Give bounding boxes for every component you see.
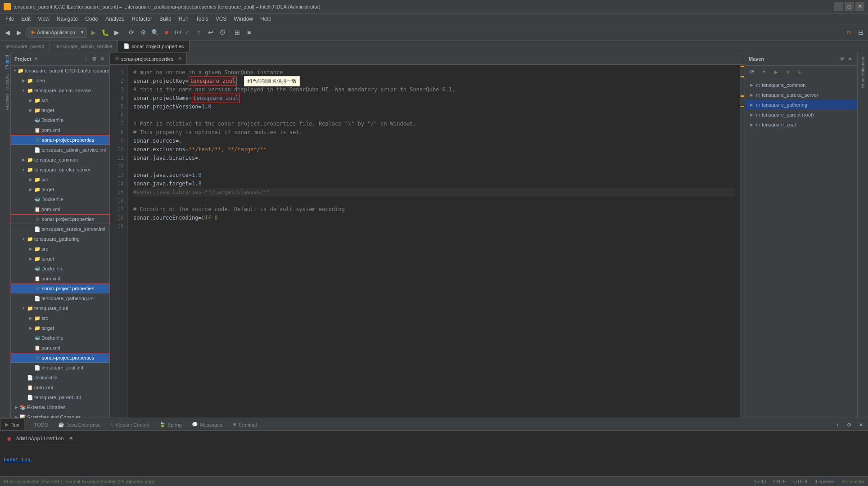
menu-window[interactable]: Window (230, 15, 257, 23)
more-button[interactable]: ≡ (244, 27, 254, 38)
tree-item-dockerfile2[interactable]: ▶ 🐳 Dockerfile (11, 194, 109, 204)
forward-button[interactable]: ▶ (14, 27, 24, 38)
update-button[interactable]: ↑ (194, 27, 204, 38)
tree-item-dockerfile4[interactable]: ▶ 🐳 Dockerfile (11, 333, 109, 343)
menu-analyze[interactable]: Analyze (102, 15, 128, 23)
tab-run[interactable]: ▶ Run (0, 418, 24, 430)
tree-item-sonar2[interactable]: ▶ ⚙ sonar-project.properties (11, 214, 109, 224)
event-log-link[interactable]: Event Log (4, 457, 31, 463)
menu-help[interactable]: Help (257, 15, 275, 23)
tree-item-dockerfile3[interactable]: ▶ 🐳 Dockerfile (11, 264, 109, 274)
tab-todo[interactable]: ≡ TODO (24, 418, 53, 430)
indent-status[interactable]: 4 spaces (814, 479, 834, 484)
maximize-button[interactable]: □ (845, 2, 854, 11)
tree-item-iml2[interactable]: ▶ 📄 tensquare_eureka_server.iml (11, 224, 109, 234)
sync-button[interactable]: ⟳ (126, 27, 137, 38)
layout-btn[interactable]: ⊟ (855, 27, 866, 38)
coverage-button[interactable]: ▶ (111, 27, 122, 38)
tree-item-sonar3[interactable]: ▶ ⚙ sonar-project.properties (11, 284, 109, 293)
debug-button[interactable]: 🐛 (99, 27, 110, 38)
maven-more-btn[interactable]: ≡ (794, 67, 805, 77)
tree-item-zuul[interactable]: ▾ 📁 tensquare_zuul (11, 303, 109, 313)
tab-spring[interactable]: 🍃 Spring (154, 418, 187, 430)
back-button[interactable]: ◀ (2, 27, 13, 38)
tree-item-pom3[interactable]: ▶ 📋 pom.xml (11, 274, 109, 284)
tree-item-admin-service[interactable]: ▾ 📁 tensquare_admin_service (11, 86, 109, 95)
menu-tools[interactable]: Tools (192, 15, 212, 23)
terminal-button[interactable]: ⊞ (232, 27, 243, 38)
close-tree-btn[interactable]: ✕ (99, 55, 106, 63)
maven-run-btn[interactable]: ▶ (770, 67, 781, 77)
tree-item-dockerfile1[interactable]: ▶ 🐳 Dockerfile (11, 115, 109, 125)
tree-item-src2[interactable]: ▶ 📁 src (11, 175, 109, 184)
tree-item-common[interactable]: ▶ 📁 tensquare_common (11, 155, 109, 165)
tree-item-src4[interactable]: ▶ 📁 src (11, 313, 109, 323)
maven-item-gathering[interactable]: ▶ m tensquare_gathering (745, 100, 857, 110)
code-editor[interactable]: # must be unique in a given SonarQube in… (128, 65, 740, 418)
maven-lifecycle-btn[interactable]: m (782, 67, 793, 77)
tree-item-pom-root[interactable]: ▶ 📋 pom.xml (11, 382, 109, 392)
tree-item-sonar4[interactable]: ▶ ⚙ sonar-project.properties (11, 353, 109, 363)
close-button[interactable]: ✕ (855, 2, 864, 11)
project-panel-toggle[interactable]: Project (0, 52, 10, 72)
maven-item-parent[interactable]: ▶ m tensquare_parent (root) (745, 110, 857, 120)
tab-messages[interactable]: 💬 Messages (187, 418, 227, 430)
tree-item-sonar1[interactable]: ▶ ⚙ sonar-project.properties (11, 135, 109, 145)
minimize-button[interactable]: ─ (834, 2, 843, 11)
tree-item-iml3[interactable]: ▶ 📄 tensquare_gathering.iml (11, 293, 109, 303)
run-stop-btn[interactable]: ■ (4, 433, 14, 444)
run-config-dropdown[interactable]: ▶ AdminApplication ▾ (28, 27, 87, 38)
tree-dropdown-icon[interactable]: ▾ (35, 56, 37, 62)
maven-settings-btn[interactable]: ⚙ (838, 55, 845, 63)
history-button[interactable]: ⏱ (217, 27, 228, 38)
maven-item-eureka[interactable]: ▶ m tensquare_eureka_server (745, 90, 857, 100)
tab-tensquare-admin[interactable]: tensquare_admin_service (50, 40, 118, 52)
tree-item-iml1[interactable]: ▶ 📄 tensquare_admin_service.iml (11, 145, 109, 155)
maven-refresh-btn[interactable]: ⟳ (747, 67, 758, 77)
tree-item-target2[interactable]: ▶ 📁 target (11, 184, 109, 194)
tree-item-target1[interactable]: ▶ 📁 target (11, 105, 109, 115)
menu-refactor[interactable]: Refactor (128, 15, 156, 23)
maven-item-common[interactable]: ▶ m tensquare_common (745, 80, 857, 90)
editor-content[interactable]: 1 2 3 4 5 6 7 8 9 10 11 12 13 14 15 16 1… (110, 65, 745, 418)
expand-bottom-btn[interactable]: ↑ (832, 419, 843, 430)
menu-edit[interactable]: Edit (18, 15, 34, 23)
search-button[interactable]: 🔍 (149, 27, 160, 38)
settings-bottom-btn[interactable]: ⚙ (844, 419, 854, 430)
tree-item-root[interactable]: ▾ 📁 tensquare_parent G:\GitLab\tensquare (11, 66, 109, 76)
close-tab-btn[interactable]: ✕ (178, 56, 182, 62)
tree-item-target3[interactable]: ▶ 📁 target (11, 254, 109, 264)
menu-vcs[interactable]: VCS (212, 15, 231, 23)
menu-build[interactable]: Build (156, 15, 175, 23)
collapse-all-btn[interactable]: ≡ (82, 55, 90, 63)
tree-item-ext-libs[interactable]: ▶ 📚 External Libraries (11, 402, 109, 412)
tab-version-control[interactable]: ⑂ Version Control (106, 418, 154, 430)
close-bottom-btn[interactable]: ✕ (855, 419, 866, 430)
tree-item-src3[interactable]: ▶ 📁 src (11, 244, 109, 254)
favorites-tab[interactable]: Favorites (0, 90, 10, 114)
tree-item-pom4[interactable]: ▶ 📋 pom.xml (11, 343, 109, 353)
tree-item-pom2[interactable]: ▶ 📋 pom.xml (11, 204, 109, 214)
menu-navigate[interactable]: Navigate (53, 15, 81, 23)
menu-file[interactable]: File (2, 15, 18, 23)
tree-item-pom1[interactable]: ▶ 📋 pom.xml (11, 125, 109, 135)
settings-button[interactable]: ⚙ (138, 27, 149, 38)
tree-item-target4[interactable]: ▶ 📁 target (11, 323, 109, 333)
maven-btn[interactable]: m (844, 27, 854, 38)
rollback-button[interactable]: ↩ (205, 27, 216, 38)
tree-item-iml4[interactable]: ▶ 📄 tensquare_zuul.iml (11, 363, 109, 373)
tree-item-iml-root[interactable]: ▶ 📄 tensquare_parent.iml (11, 392, 109, 402)
tree-item-idea[interactable]: ▶ 📁 .idea (11, 76, 109, 86)
run-button[interactable]: ▶ (88, 27, 99, 38)
tab-java-enterprise[interactable]: ☕ Java Enterprise (53, 418, 105, 430)
menu-code[interactable]: Code (81, 15, 102, 23)
git-check-button[interactable]: ✓ (182, 27, 193, 38)
tab-tensquare-parent[interactable]: tensquare_parent (0, 40, 50, 52)
line-ending[interactable]: CRLF (773, 479, 786, 484)
git-status[interactable]: Git master (841, 479, 864, 484)
tree-item-scratches[interactable]: ▶ 📝 Scratches and Consoles (11, 412, 109, 418)
menu-run[interactable]: Run (175, 15, 192, 23)
bean-validation-toggle[interactable]: Bean Validation (859, 54, 866, 90)
tree-item-jenkinsfile[interactable]: ▶ 📄 Jenkinsfile (11, 373, 109, 382)
menu-view[interactable]: View (34, 15, 53, 23)
